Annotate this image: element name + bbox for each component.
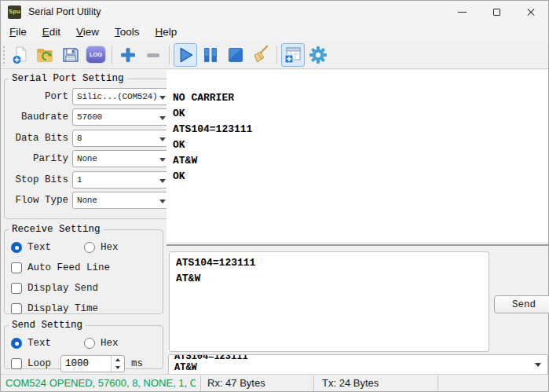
chevron-down-icon [159, 116, 166, 120]
receive-hex-radio[interactable] [84, 242, 95, 253]
menu-file-label: ile [16, 26, 27, 38]
parity-combobox[interactable]: None [72, 150, 170, 167]
clear-button[interactable] [249, 43, 273, 67]
pause-button[interactable] [199, 43, 222, 67]
send-setting-group: Send Setting Text Hex Loop ms [4, 320, 163, 369]
receive-setting-title: Receive Setting [9, 224, 104, 235]
menu-help-mnemonic: H [156, 26, 163, 38]
send-text-label: Text [27, 338, 51, 349]
send-format-row: Text Hex [11, 335, 156, 351]
port-row: Port Silic...(COM524) [9, 88, 170, 105]
display-send-checkbox[interactable] [11, 283, 22, 294]
databits-value: 8 [77, 134, 82, 143]
start-button[interactable] [174, 43, 197, 67]
loop-checkbox[interactable] [11, 358, 22, 369]
send-hex-group: Hex [84, 338, 119, 349]
spin-down-icon[interactable] [112, 364, 124, 372]
caption-buttons [445, 1, 548, 23]
send-text-radio[interactable] [11, 338, 22, 349]
menu-view-label: iew [83, 26, 99, 38]
connection-status-text: COM524 OPENED, 57600, 8, NONE, 1, OFF [5, 377, 196, 389]
baudrate-value: 57600 [77, 112, 102, 122]
send-history-combobox[interactable]: ATS104=123111 AT&W [168, 354, 548, 375]
splitter-handle[interactable] [167, 242, 548, 251]
log-button[interactable]: LOG [84, 43, 108, 67]
send-hex-label: Hex [101, 338, 119, 349]
display-send-label: Display Send [27, 283, 98, 294]
menu-tools-mnemonic: T [115, 26, 120, 38]
chevron-down-icon [159, 179, 166, 183]
menu-help[interactable]: Help [148, 24, 185, 39]
clear-broom-icon [250, 44, 272, 66]
send-button[interactable]: Send [494, 295, 549, 313]
menu-file-mnemonic: F [9, 26, 16, 38]
receive-format-row: Text Hex [11, 240, 156, 255]
receive-setting-group: Receive Setting Text Hex Auto Feed Line … [4, 224, 163, 314]
save-button[interactable] [59, 43, 82, 67]
statusbar-separator [437, 376, 438, 390]
toolbar-grip[interactable] [2, 45, 6, 65]
menu-tools[interactable]: Tools [108, 24, 147, 39]
databits-combobox[interactable]: 8 [72, 130, 170, 147]
add-tab-button[interactable] [116, 43, 140, 67]
maximize-icon [493, 9, 500, 16]
receive-hex-group: Hex [84, 242, 119, 253]
databits-label: Data Bits [9, 133, 72, 144]
send-setting-title: Send Setting [9, 320, 86, 331]
receive-hex-label: Hex [101, 242, 119, 253]
menu-edit[interactable]: Edit [35, 24, 68, 39]
new-session-button[interactable] [9, 43, 32, 67]
auto-feed-line-label: Auto Feed Line [27, 262, 110, 273]
window-title: Serial Port Utility [28, 6, 101, 17]
stopbits-value: 1 [77, 175, 82, 185]
auto-feed-line-checkbox[interactable] [11, 262, 22, 273]
flowtype-row: Flow Type None [9, 192, 170, 209]
loop-interval-input[interactable] [61, 356, 107, 372]
spin-up-icon[interactable] [112, 356, 124, 364]
stop-button[interactable] [224, 43, 247, 67]
receive-text-radio[interactable] [11, 242, 22, 253]
stopbits-combobox[interactable]: 1 [72, 171, 170, 189]
toolbar-separator [112, 46, 112, 64]
ms-unit-label: ms [131, 358, 143, 369]
status-bar: COM524 OPENED, 57600, 8, NONE, 1, OFF Rx… [1, 374, 548, 391]
display-time-checkbox[interactable] [11, 303, 22, 314]
add-icon [119, 46, 137, 64]
toolbar-separator [276, 46, 277, 64]
maximize-button[interactable] [479, 1, 514, 23]
pause-icon [200, 45, 221, 65]
stopbits-label: Stop Bits [9, 174, 72, 185]
port-combobox[interactable]: Silic...(COM524) [72, 88, 170, 105]
menu-view-mnemonic: V [76, 26, 83, 38]
send-input-area[interactable]: ATS104=123111 AT&W [169, 251, 489, 352]
baudrate-combobox[interactable]: 57600 [72, 108, 170, 126]
flowtype-combobox[interactable]: None [72, 192, 170, 209]
remove-tab-button[interactable] [141, 43, 165, 67]
port-label: Port [9, 91, 72, 102]
stop-icon [225, 45, 246, 65]
menu-view[interactable]: View [69, 24, 106, 39]
send-history-text: ATS104=123111 AT&W [174, 354, 547, 373]
display-time-label: Display Time [27, 303, 98, 314]
receive-text-label: Text [27, 242, 51, 253]
loop-label: Loop [27, 358, 51, 369]
new-window-button[interactable] [281, 43, 305, 67]
minimize-button[interactable] [445, 1, 479, 23]
title-bar: Spu Serial Port Utility [1, 1, 548, 23]
menu-bar: File Edit View Tools Help [1, 23, 548, 41]
receive-display-area[interactable]: NO CARRIER OK ATS104=123111 OK AT&W OK [167, 70, 548, 242]
save-icon [60, 45, 81, 65]
menu-file[interactable]: File [2, 24, 34, 39]
close-button[interactable] [514, 1, 548, 23]
open-button[interactable] [34, 43, 57, 67]
baudrate-label: Baudrate [9, 112, 72, 123]
serial-port-setting-title: Serial Port Setting [9, 73, 127, 84]
settings-button[interactable] [306, 43, 330, 67]
new-window-icon [283, 45, 303, 65]
parity-value: None [77, 154, 97, 163]
databits-row: Data Bits 8 [9, 130, 170, 147]
send-hex-radio[interactable] [84, 338, 95, 349]
stopbits-row: Stop Bits 1 [9, 171, 170, 189]
menu-tools-label: ools [120, 26, 140, 38]
spinner-buttons [111, 356, 124, 372]
